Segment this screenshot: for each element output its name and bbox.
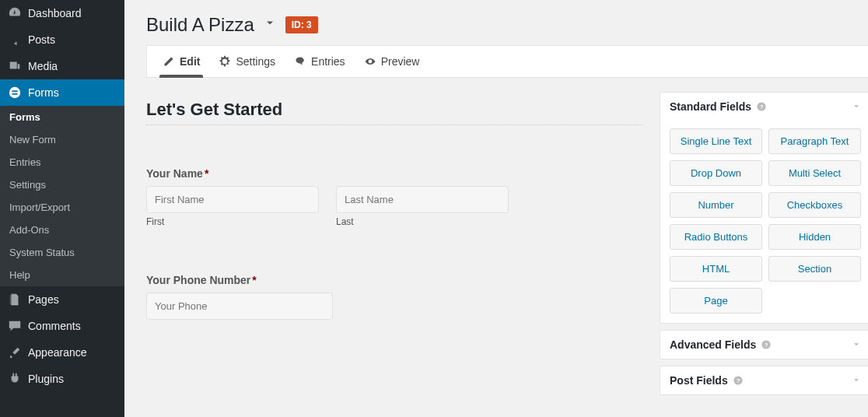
- plug-icon: [8, 372, 22, 386]
- field-page[interactable]: Page: [670, 288, 762, 314]
- sidebar-item-media[interactable]: Media: [0, 53, 124, 79]
- panel-standard-toggle[interactable]: Standard Fields?: [660, 93, 868, 121]
- tab-bar: Edit Settings Entries Preview: [146, 45, 868, 78]
- panel-advanced-fields: Advanced Fields?: [660, 330, 868, 359]
- svg-text:?: ?: [736, 377, 740, 384]
- form-switcher-toggle[interactable]: [264, 17, 276, 33]
- field-radio-buttons[interactable]: Radio Buttons: [670, 224, 762, 250]
- name-label: Your Name*: [146, 167, 644, 180]
- tab-settings[interactable]: Settings: [209, 46, 285, 77]
- sidebar-submenu-forms: Forms New Form Entries Settings Import/E…: [0, 106, 124, 286]
- pin-icon: [8, 33, 22, 47]
- eye-icon: [364, 55, 376, 68]
- field-number[interactable]: Number: [670, 192, 762, 218]
- field-hidden[interactable]: Hidden: [768, 224, 861, 250]
- submenu-forms[interactable]: Forms: [0, 106, 124, 128]
- pages-icon: [8, 293, 22, 307]
- id-badge: ID: 3: [285, 16, 318, 33]
- field-checkboxes[interactable]: Checkboxes: [768, 192, 861, 218]
- submenu-add-ons[interactable]: Add-Ons: [0, 219, 124, 241]
- submenu-system-status[interactable]: System Status: [0, 241, 124, 264]
- panel-standard-fields: Standard Fields? Single Line Text Paragr…: [660, 92, 868, 324]
- help-icon: ?: [733, 375, 744, 386]
- field-html[interactable]: HTML: [670, 256, 762, 282]
- gear-icon: [219, 55, 231, 68]
- brush-icon: [8, 345, 22, 359]
- last-name-input[interactable]: [336, 186, 509, 213]
- panel-advanced-toggle[interactable]: Advanced Fields?: [660, 331, 868, 359]
- phone-input[interactable]: [146, 293, 333, 320]
- tab-preview[interactable]: Preview: [355, 46, 429, 77]
- sidebar-item-comments[interactable]: Comments: [0, 313, 124, 339]
- field-paragraph-text[interactable]: Paragraph Text: [768, 128, 861, 154]
- speech-icon: [294, 55, 306, 68]
- phone-label: Your Phone Number*: [146, 274, 644, 286]
- help-icon: ?: [761, 339, 772, 350]
- first-name-input[interactable]: [146, 186, 319, 213]
- section-title: Let's Get Started: [146, 100, 644, 120]
- svg-text:?: ?: [765, 342, 768, 349]
- sidebar-item-forms[interactable]: Forms: [0, 79, 124, 106]
- svg-rect-1: [12, 90, 17, 92]
- sidebar-item-dashboard[interactable]: Dashboard: [0, 0, 124, 26]
- chevron-down-icon: [264, 17, 276, 30]
- comment-icon: [8, 319, 22, 333]
- panel-post-toggle[interactable]: Post Fields?: [660, 366, 868, 394]
- field-drop-down[interactable]: Drop Down: [670, 160, 762, 186]
- form-canvas: Let's Get Started Your Name* First Last …: [146, 92, 644, 403]
- forms-icon: [8, 86, 22, 100]
- last-name-sublabel: Last: [336, 216, 509, 227]
- sidebar-item-pages[interactable]: Pages: [0, 286, 124, 313]
- svg-text:?: ?: [760, 103, 764, 110]
- divider: [146, 124, 644, 125]
- field-multi-select[interactable]: Multi Select: [768, 160, 861, 186]
- panel-post-fields: Post Fields?: [660, 366, 868, 395]
- submenu-entries[interactable]: Entries: [0, 151, 124, 173]
- field-single-line-text[interactable]: Single Line Text: [670, 128, 762, 154]
- tab-entries[interactable]: Entries: [285, 46, 355, 77]
- gauge-icon: [8, 6, 22, 20]
- caret-down-icon: [852, 102, 861, 111]
- tab-edit[interactable]: Edit: [153, 46, 209, 77]
- media-icon: [8, 59, 22, 73]
- first-name-sublabel: First: [146, 216, 319, 227]
- help-icon: ?: [756, 101, 767, 112]
- submenu-import-export[interactable]: Import/Export: [0, 196, 124, 219]
- caret-down-icon: [852, 376, 861, 385]
- svg-point-0: [9, 87, 20, 98]
- pencil-icon: [163, 55, 175, 68]
- submenu-new-form[interactable]: New Form: [0, 128, 124, 151]
- field-section[interactable]: Section: [768, 256, 861, 282]
- page-title: Build A Pizza: [146, 14, 254, 36]
- submenu-help[interactable]: Help: [0, 264, 124, 286]
- caret-down-icon: [852, 340, 861, 349]
- sidebar-item-plugins[interactable]: Plugins: [0, 366, 124, 392]
- submenu-settings[interactable]: Settings: [0, 173, 124, 196]
- svg-rect-2: [12, 93, 17, 95]
- sidebar-item-appearance[interactable]: Appearance: [0, 339, 124, 366]
- sidebar-item-posts[interactable]: Posts: [0, 26, 124, 53]
